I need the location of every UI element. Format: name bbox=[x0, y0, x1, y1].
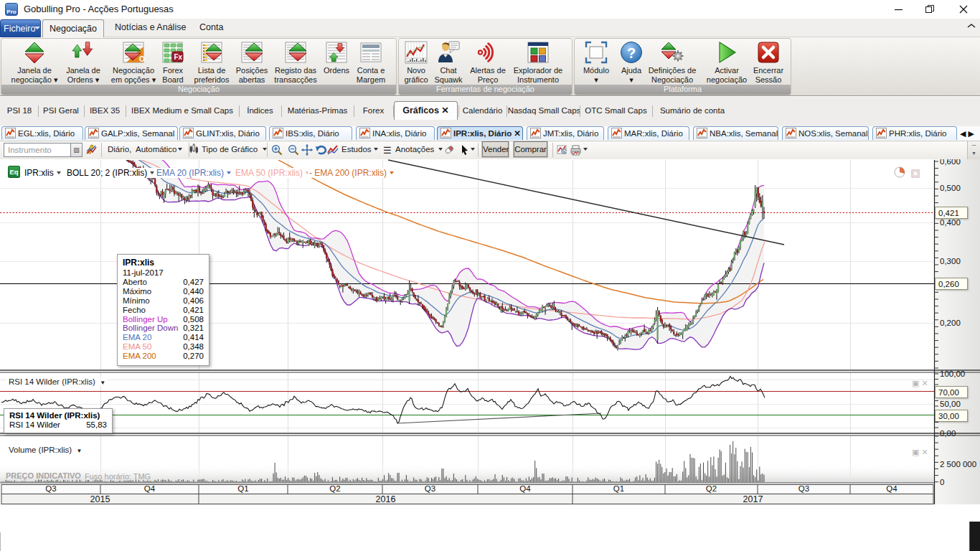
svg-text:O: O bbox=[139, 55, 145, 63]
svg-text:0,500: 0,500 bbox=[940, 184, 961, 192]
svg-text:?: ? bbox=[627, 45, 636, 61]
svg-text:2015: 2015 bbox=[90, 494, 110, 504]
svg-text:Q3: Q3 bbox=[798, 484, 809, 493]
svg-text:100,00: 100,00 bbox=[940, 369, 965, 378]
svg-text:Q1: Q1 bbox=[237, 484, 248, 493]
svg-text:0,400: 0,400 bbox=[940, 218, 961, 227]
svg-text:2016: 2016 bbox=[376, 494, 396, 504]
svg-text:Q2: Q2 bbox=[329, 484, 340, 493]
svg-text:Q4: Q4 bbox=[519, 484, 531, 493]
svg-text:Q4: Q4 bbox=[144, 484, 156, 493]
svg-text:Q3: Q3 bbox=[425, 484, 435, 493]
svg-text:50,00: 50,00 bbox=[940, 400, 961, 408]
svg-text:0,300: 0,300 bbox=[940, 257, 961, 265]
svg-text:0: 0 bbox=[940, 478, 944, 486]
svg-text:Q3: Q3 bbox=[45, 484, 56, 493]
svg-text:2 500 000: 2 500 000 bbox=[940, 460, 976, 468]
svg-text:Q1: Q1 bbox=[613, 484, 624, 493]
svg-text:Q2: Q2 bbox=[706, 484, 717, 493]
svg-text:0,600: 0,600 bbox=[940, 159, 961, 166]
svg-text:0,00: 0,00 bbox=[940, 429, 956, 438]
svg-text:Q4: Q4 bbox=[886, 484, 897, 493]
svg-text:2017: 2017 bbox=[743, 494, 763, 504]
svg-text:Fx: Fx bbox=[174, 53, 183, 61]
svg-text:0,200: 0,200 bbox=[940, 319, 961, 327]
